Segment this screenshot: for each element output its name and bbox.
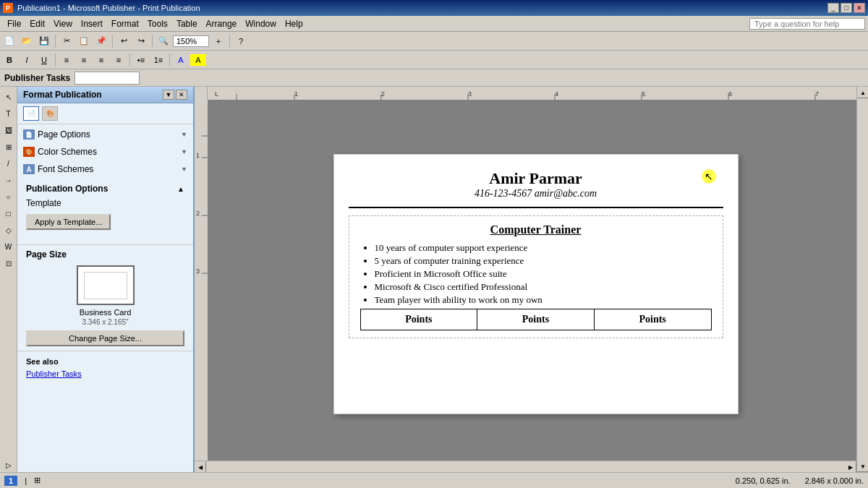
picture-tool[interactable]: 🖼 [1,123,16,137]
svg-text:4: 4 [555,90,558,98]
menu-window[interactable]: Window [241,17,281,30]
change-page-size-button[interactable]: Change Page Size... [26,330,184,346]
card-header: Amir Parmar 416-123-4567 amir@abc.com [349,169,723,208]
redo-button[interactable]: ↪ [133,34,149,48]
panel-icon-page[interactable]: 📄 [23,106,39,121]
see-also-title: See also [26,357,184,366]
italic-button[interactable]: I [19,53,35,67]
menu-format[interactable]: Format [107,17,143,30]
panel-header: Format Publication ▼ ✕ [17,87,193,103]
wordart-tool[interactable]: W [1,239,16,254]
bold-button[interactable]: B [1,53,17,67]
svg-text:6: 6 [728,90,732,98]
apply-template-button[interactable]: Apply a Template... [26,214,111,230]
bullets-button[interactable]: •≡ [133,53,149,67]
panel-icon-color[interactable]: 🎨 [42,106,58,121]
card-name: Amir Parmar [349,169,723,188]
zoom-input[interactable] [173,35,209,47]
font-schemes-arrow: ▼ [181,166,187,173]
arrow-tool[interactable]: → [1,173,16,187]
main-toolbar: 📄 📂 💾 ✂ 📋 📌 ↩ ↪ 🔍 + ? [0,32,868,51]
expand-button[interactable]: ▷ [1,458,16,472]
business-card-document[interactable]: ↖ Amir Parmar 416-123-4567 amir@abc.com … [333,154,739,414]
rect-tool[interactable]: □ [1,206,16,221]
oval-tool[interactable]: ○ [1,189,16,204]
svg-text:2: 2 [381,90,385,98]
publication-options-section: Publication Options ▲ Template Apply a T… [17,179,193,245]
table-row: Points Points Points [360,309,711,330]
color-schemes-arrow: ▼ [181,148,187,155]
page-size-preview [77,265,135,305]
status-bar: 1 | ⊞ 0.250, 0.625 in. 2.846 x 0.000 in. [0,472,868,488]
scroll-left-button[interactable]: ◀ [195,461,206,472]
paste-button[interactable]: 📌 [93,34,109,48]
cursor-coordinates: 0.250, 0.625 in. [736,476,791,485]
align-right-button[interactable]: ≡ [93,53,109,67]
menu-arrange[interactable]: Arrange [202,17,242,30]
highlight-button[interactable]: A [190,54,206,66]
underline-button[interactable]: U [36,53,52,67]
cut-button[interactable]: ✂ [59,34,75,48]
panel-dropdown-button[interactable]: ▼ [163,90,174,100]
card-bullet-4: Microsoft & Cisco certified Professional [375,281,712,293]
menu-tools[interactable]: Tools [143,17,172,30]
zoom-in-button[interactable]: + [210,34,226,48]
main-area: ↖ T 🖼 ⊞ / → ○ □ ◇ W ⊡ ▷ Format Publicati… [0,87,868,472]
color-schemes-item[interactable]: 🎨 Color Schemes ▼ [17,145,193,159]
zoom-out-button[interactable]: 🔍 [156,34,171,48]
undo-button[interactable]: ↩ [116,34,132,48]
save-button[interactable]: 💾 [36,34,52,48]
svg-text:2: 2 [196,210,200,217]
menu-insert[interactable]: Insert [77,17,107,30]
frame-tool[interactable]: ⊡ [1,256,16,270]
pub-options-arrow: ▲ [177,185,184,193]
card-points-table: Points Points Points [360,309,712,330]
scroll-up-button[interactable]: ▲ [857,87,868,98]
svg-text:L: L [215,90,218,98]
line-tool[interactable]: / [1,156,16,171]
svg-text:1: 1 [196,152,200,159]
card-bullet-2: 5 years of computer training experience [375,255,712,267]
left-toolbar: ↖ T 🖼 ⊞ / → ○ □ ◇ W ⊡ ▷ [0,87,17,472]
ruler-left: 1 2 3 [195,87,208,472]
ruler-top: L 1 2 3 4 5 6 7 [208,87,868,100]
scroll-v-track[interactable] [857,98,868,461]
page-options-item[interactable]: 📄 Page Options ▼ [17,127,193,142]
font-schemes-label: Font Schemes [38,164,93,174]
page-number: 1 [4,476,17,486]
help-button[interactable]: ? [233,34,249,48]
tasks-input[interactable] [75,72,140,85]
minimize-button[interactable]: _ [827,3,839,13]
justify-button[interactable]: ≡ [111,53,127,67]
crop-tool[interactable]: ⊞ [1,140,16,154]
help-search-input[interactable] [749,18,865,30]
text-tool[interactable]: T [1,106,16,121]
panel-close-button[interactable]: ✕ [176,90,187,100]
scroll-down-button[interactable]: ▼ [857,461,868,472]
panel-header-buttons: ▼ ✕ [163,90,187,100]
open-button[interactable]: 📂 [19,34,35,48]
svg-text:7: 7 [815,90,819,98]
menu-view[interactable]: View [49,17,77,30]
menu-help[interactable]: Help [281,17,307,30]
numbering-button[interactable]: 1≡ [150,53,166,67]
menu-file[interactable]: File [3,17,25,30]
scroll-right-button[interactable]: ▶ [845,461,856,472]
publisher-tasks-bar: Publisher Tasks [0,69,868,87]
menu-table[interactable]: Table [172,17,202,30]
align-center-button[interactable]: ≡ [76,53,92,67]
publisher-tasks-link[interactable]: Publisher Tasks [26,369,82,378]
scroll-h-track[interactable] [206,461,845,472]
custom-shape-tool[interactable]: ◇ [1,223,16,237]
font-color-button[interactable]: A [173,53,189,67]
new-button[interactable]: 📄 [1,34,17,48]
close-button[interactable]: ✕ [854,3,865,13]
canvas-area: L 1 2 3 4 5 6 7 1 [195,87,868,472]
copy-button[interactable]: 📋 [76,34,92,48]
maximize-button[interactable]: □ [841,3,852,13]
select-tool[interactable]: ↖ [1,90,16,104]
align-left-button[interactable]: ≡ [59,53,75,67]
menu-edit[interactable]: Edit [25,17,49,30]
object-dimensions: 2.846 x 0.000 in. [805,476,864,485]
font-schemes-item[interactable]: A Font Schemes ▼ [17,162,193,176]
